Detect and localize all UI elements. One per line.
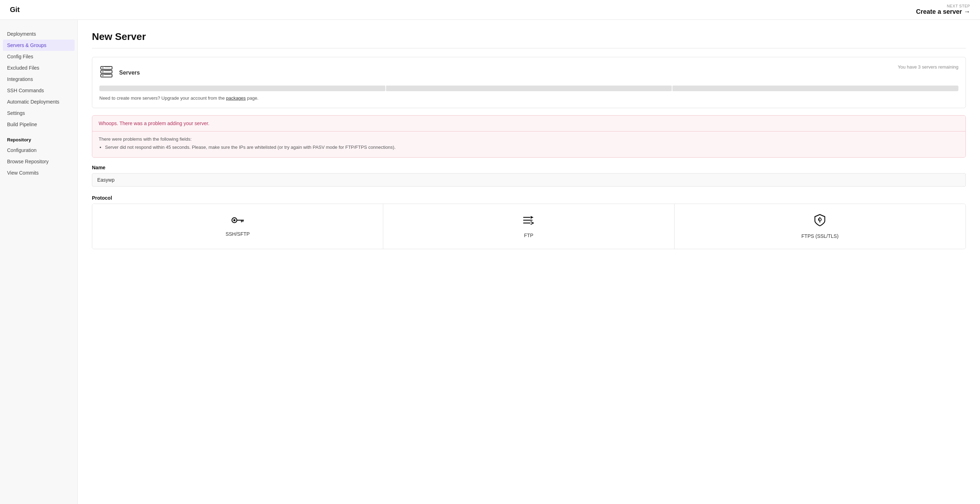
sidebar-item-servers-groups[interactable]: Servers & Groups bbox=[3, 40, 75, 51]
error-item-1: Server did not respond within 45 seconds… bbox=[105, 144, 959, 151]
progress-segment-1 bbox=[99, 86, 385, 91]
error-list: Server did not respond within 45 seconds… bbox=[105, 144, 959, 151]
progress-segment-2 bbox=[386, 86, 672, 91]
sidebar-item-deployments[interactable]: Deployments bbox=[0, 28, 78, 40]
servers-card-left: Servers bbox=[99, 64, 140, 81]
packages-link[interactable]: packages bbox=[226, 95, 246, 101]
progress-segment-3 bbox=[673, 86, 958, 91]
servers-card-title: Servers bbox=[119, 70, 140, 76]
ftp-icon bbox=[522, 215, 535, 228]
svg-point-3 bbox=[102, 67, 103, 68]
servers-note: Need to create more servers? Upgrade you… bbox=[99, 95, 958, 101]
sidebar-item-excluded-files[interactable]: Excluded Files bbox=[0, 62, 78, 73]
error-fields-label: There were problems with the following f… bbox=[99, 137, 192, 142]
sidebar: Deployments Servers & Groups Config File… bbox=[0, 20, 78, 504]
servers-card: Servers You have 3 servers remaining Nee… bbox=[92, 57, 966, 108]
sidebar-item-view-commits[interactable]: View Commits bbox=[0, 167, 78, 178]
svg-point-4 bbox=[102, 72, 103, 72]
sidebar-item-build-pipeline[interactable]: Build Pipeline bbox=[0, 119, 78, 130]
sidebar-item-integrations[interactable]: Integrations bbox=[0, 73, 78, 85]
error-body: There were problems with the following f… bbox=[92, 132, 966, 157]
protocol-grid: SSH/SFTP FTP bbox=[92, 204, 966, 249]
error-card: Whoops. There was a problem adding your … bbox=[92, 115, 966, 157]
svg-point-10 bbox=[233, 219, 235, 221]
error-header: Whoops. There was a problem adding your … bbox=[92, 116, 966, 132]
name-label: Name bbox=[92, 165, 966, 170]
sidebar-item-configuration[interactable]: Configuration bbox=[0, 145, 78, 156]
next-step-label: NEXT STEP bbox=[916, 4, 970, 8]
protocol-ftps-label: FTPS (SSL/TLS) bbox=[802, 233, 838, 239]
svg-text:+: + bbox=[818, 218, 820, 222]
protocol-form-group: Protocol SSH/SFTP bbox=[92, 195, 966, 249]
top-header: Git NEXT STEP Create a server → bbox=[0, 0, 980, 20]
page-title: New Server bbox=[92, 31, 966, 43]
svg-point-5 bbox=[102, 75, 103, 76]
name-form-group: Name bbox=[92, 165, 966, 187]
servers-card-header: Servers You have 3 servers remaining bbox=[99, 64, 958, 81]
next-step-container: NEXT STEP Create a server → bbox=[916, 4, 970, 16]
title-divider bbox=[92, 48, 966, 48]
next-step-link[interactable]: Create a server → bbox=[916, 8, 970, 16]
protocol-ssh-sftp-label: SSH/SFTP bbox=[226, 231, 250, 237]
protocol-ssh-sftp[interactable]: SSH/SFTP bbox=[92, 204, 383, 249]
servers-remaining-text: You have 3 servers remaining bbox=[897, 64, 958, 70]
sidebar-item-settings[interactable]: Settings bbox=[0, 107, 78, 119]
sidebar-item-config-files[interactable]: Config Files bbox=[0, 51, 78, 62]
key-icon bbox=[231, 216, 244, 227]
shield-icon: + bbox=[814, 214, 826, 229]
protocol-ftp-label: FTP bbox=[524, 232, 533, 238]
app-title: Git bbox=[10, 6, 20, 14]
repository-section-title: Repository bbox=[0, 133, 78, 145]
server-icon bbox=[99, 64, 113, 81]
servers-progress-bar bbox=[99, 86, 958, 91]
name-input[interactable] bbox=[92, 173, 966, 187]
protocol-ftps[interactable]: + FTPS (SSL/TLS) bbox=[675, 204, 966, 249]
main-content: New Server bbox=[78, 20, 980, 504]
protocol-label: Protocol bbox=[92, 195, 966, 201]
sidebar-item-ssh-commands[interactable]: SSH Commands bbox=[0, 85, 78, 96]
protocol-ftp[interactable]: FTP bbox=[383, 204, 674, 249]
sidebar-item-browse-repository[interactable]: Browse Repository bbox=[0, 156, 78, 167]
main-layout: Deployments Servers & Groups Config File… bbox=[0, 20, 980, 504]
sidebar-item-automatic-deployments[interactable]: Automatic Deployments bbox=[0, 96, 78, 107]
